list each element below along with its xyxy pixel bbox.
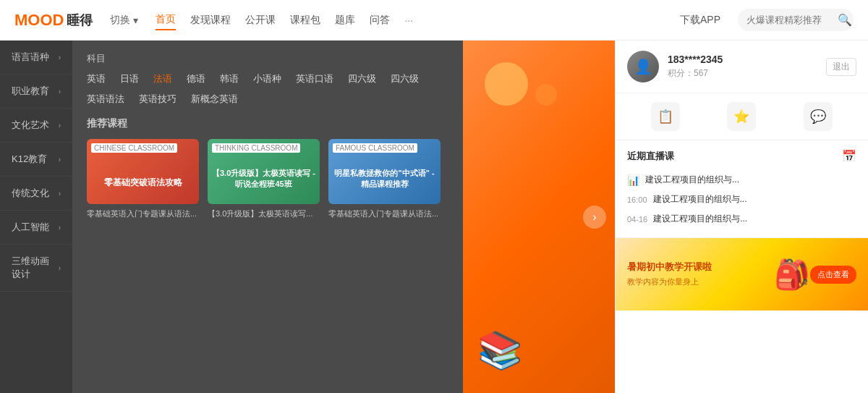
live-header: 近期直播课 📅 bbox=[627, 149, 856, 163]
chat-icon: 💬 bbox=[810, 109, 826, 124]
nav-item-qa[interactable]: 问答 bbox=[370, 11, 390, 30]
course-img-title-3: 明星私教拯救你的"中式语" - 精品课程推荐 bbox=[333, 168, 436, 190]
live-bar-icon-1: 📊 bbox=[627, 174, 639, 186]
sidebar-item-language[interactable]: 语言语种 › bbox=[0, 41, 72, 75]
course-label-2: THINKING CLASSROOM bbox=[212, 143, 300, 153]
tag-english[interactable]: 英语 bbox=[87, 72, 106, 85]
course-card-title-3: 零基础英语入门专题课从语法... bbox=[328, 208, 441, 219]
star-icon-button[interactable]: ⭐ bbox=[727, 102, 756, 131]
course-card-3[interactable]: FAMOUS CLASSROOM 明星私教拯救你的"中式语" - 精品课程推荐 … bbox=[328, 139, 441, 219]
book-icon-button[interactable]: 📋 bbox=[651, 102, 680, 131]
banner: 📚 › bbox=[463, 41, 615, 393]
sidebar-item-label: K12教育 bbox=[12, 153, 47, 166]
search-bar[interactable]: 🔍 bbox=[738, 9, 854, 31]
course-cards: CHINESE CLASSROOM 零基础突破语法攻略 零基础英语入门专题课从语… bbox=[87, 139, 448, 219]
main-nav: 首页 发现课程 公开课 课程包 题库 问答 ··· bbox=[156, 10, 663, 30]
banner-books-icon: 📚 bbox=[477, 329, 522, 371]
arrow-icon: › bbox=[59, 156, 61, 164]
nav-more[interactable]: ··· bbox=[404, 14, 413, 26]
arrow-icon: › bbox=[59, 88, 61, 96]
course-card-1[interactable]: CHINESE CLASSROOM 零基础突破语法攻略 零基础英语入门专题课从语… bbox=[87, 139, 199, 219]
chat-icon-button[interactable]: 💬 bbox=[804, 102, 833, 131]
avatar: 👤 bbox=[627, 51, 659, 83]
course-card-title-1: 零基础英语入门专题课从语法... bbox=[87, 208, 199, 219]
arrow-icon: › bbox=[59, 122, 61, 130]
sidebar-item-label: 传统文化 bbox=[12, 187, 49, 200]
sidebar-item-label: 文化艺术 bbox=[12, 119, 49, 132]
dropdown-panel: 科目 英语 日语 法语 德语 韩语 小语种 英语口语 四六级 四六级 英语语法 … bbox=[72, 41, 463, 393]
logout-button[interactable]: 退出 bbox=[826, 58, 856, 76]
course-label-1: CHINESE CLASSROOM bbox=[91, 143, 177, 153]
tag-japanese[interactable]: 日语 bbox=[120, 72, 139, 85]
live-item-2[interactable]: 16:00 建设工程项目的组织与... bbox=[627, 190, 856, 209]
course-card-img-3: FAMOUS CLASSROOM 明星私教拯救你的"中式语" - 精品课程推荐 bbox=[328, 139, 441, 204]
search-icon[interactable]: 🔍 bbox=[838, 13, 852, 27]
banner-next-arrow[interactable]: › bbox=[583, 206, 606, 229]
tag-german[interactable]: 德语 bbox=[187, 72, 205, 85]
switch-button[interactable]: 切换 ▾ bbox=[110, 14, 138, 27]
course-card-title-2: 【3.0升级版】太极英语读写... bbox=[208, 208, 320, 219]
sidebar-item-label: 三维动画设计 bbox=[12, 255, 59, 281]
user-name: 183****2345 bbox=[668, 54, 817, 65]
tag-french[interactable]: 法语 bbox=[153, 72, 172, 85]
live-bar-icon-3: 04-16 bbox=[627, 215, 647, 224]
sidebar-item-culture[interactable]: 文化艺术 › bbox=[0, 109, 72, 143]
logo-text: 睡得 bbox=[67, 12, 93, 29]
live-bar-icon-2: 16:00 bbox=[627, 195, 647, 204]
recommended-title: 推荐课程 bbox=[87, 117, 448, 130]
nav-item-home[interactable]: 首页 bbox=[156, 10, 176, 30]
live-calendar-icon[interactable]: 📅 bbox=[842, 149, 856, 163]
tag-other-lang[interactable]: 小语种 bbox=[253, 72, 281, 85]
tag-cet1[interactable]: 四六级 bbox=[348, 72, 376, 85]
user-points: 积分：567 bbox=[668, 67, 817, 80]
switch-chevron-icon: ▾ bbox=[133, 14, 138, 26]
nav-item-package[interactable]: 课程包 bbox=[290, 11, 320, 30]
sidebar-item-label: 语言语种 bbox=[12, 51, 49, 64]
nav-item-question[interactable]: 题库 bbox=[335, 11, 355, 30]
subject-tags: 英语 日语 法语 德语 韩语 小语种 英语口语 四六级 四六级 英语语法 英语技… bbox=[87, 72, 448, 106]
live-title: 近期直播课 bbox=[627, 150, 674, 163]
search-input[interactable] bbox=[746, 14, 833, 25]
banner-circle-large bbox=[485, 62, 528, 106]
live-item-info-2: 建设工程项目的组织与... bbox=[653, 193, 856, 206]
course-img-title-2: 【3.0升级版】太极英语读写 - 听说全程班45班 bbox=[212, 168, 315, 190]
live-item-3[interactable]: 04-16 建设工程项目的组织与... bbox=[627, 209, 856, 229]
user-info: 183****2345 积分：567 bbox=[668, 54, 817, 80]
tag-oral[interactable]: 英语口语 bbox=[296, 72, 333, 85]
sidebar-item-label: 人工智能 bbox=[12, 221, 49, 234]
download-button[interactable]: 下载APP bbox=[680, 14, 720, 27]
live-section: 近期直播课 📅 📊 建设工程项目的组织与... 16:00 建设工程项目的组织与… bbox=[616, 140, 868, 238]
sidebar-item-vocational[interactable]: 职业教育 › bbox=[0, 75, 72, 109]
sidebar-item-traditional[interactable]: 传统文化 › bbox=[0, 177, 72, 211]
tag-cet2[interactable]: 四六级 bbox=[391, 72, 419, 85]
tag-grammar[interactable]: 英语语法 bbox=[87, 93, 124, 106]
live-item-info-1: 建设工程项目的组织与... bbox=[645, 174, 856, 186]
sidebar-item-ai[interactable]: 人工智能 › bbox=[0, 211, 72, 245]
tag-skills[interactable]: 英语技巧 bbox=[139, 93, 176, 106]
live-item-1[interactable]: 📊 建设工程项目的组织与... bbox=[627, 170, 856, 190]
course-card-img-2: THINKING CLASSROOM 【3.0升级版】太极英语读写 - 听说全程… bbox=[208, 139, 320, 204]
arrow-icon: › bbox=[59, 264, 61, 272]
live-item-title-3: 建设工程项目的组织与... bbox=[653, 213, 783, 225]
live-item-title-2: 建设工程项目的组织与... bbox=[653, 193, 783, 206]
course-img-title-1: 零基础突破语法攻略 bbox=[104, 177, 182, 189]
ad-button[interactable]: 点击查看 bbox=[810, 266, 856, 284]
live-item-info-3: 建设工程项目的组织与... bbox=[653, 213, 856, 225]
ad-banner: 暑期初中教学开课啦 教学内容为你量身上 🎒 点击查看 bbox=[616, 238, 868, 310]
tag-new-concept[interactable]: 新概念英语 bbox=[191, 93, 238, 106]
logo[interactable]: MOOD 睡得 bbox=[14, 11, 93, 30]
tag-korean[interactable]: 韩语 bbox=[220, 72, 239, 85]
sidebar-item-label: 职业教育 bbox=[12, 85, 49, 98]
star-icon: ⭐ bbox=[733, 109, 749, 124]
nav-item-discover[interactable]: 发现课程 bbox=[190, 11, 231, 30]
sidebar-item-k12[interactable]: K12教育 › bbox=[0, 143, 72, 177]
sidebar-item-3d[interactable]: 三维动画设计 › bbox=[0, 245, 72, 292]
main-content: 语言语种 › 职业教育 › 文化艺术 › K12教育 › 传统文化 › 人工智能… bbox=[0, 41, 868, 393]
course-card-2[interactable]: THINKING CLASSROOM 【3.0升级版】太极英语读写 - 听说全程… bbox=[208, 139, 320, 219]
arrow-icon: › bbox=[59, 224, 61, 232]
course-label-3: FAMOUS CLASSROOM bbox=[333, 143, 417, 153]
nav-item-open[interactable]: 公开课 bbox=[245, 11, 276, 30]
live-item-title-1: 建设工程项目的组织与... bbox=[645, 174, 775, 186]
book-icon: 📋 bbox=[658, 109, 673, 124]
subject-section: 科目 英语 日语 法语 德语 韩语 小语种 英语口语 四六级 四六级 英语语法 … bbox=[87, 52, 448, 106]
